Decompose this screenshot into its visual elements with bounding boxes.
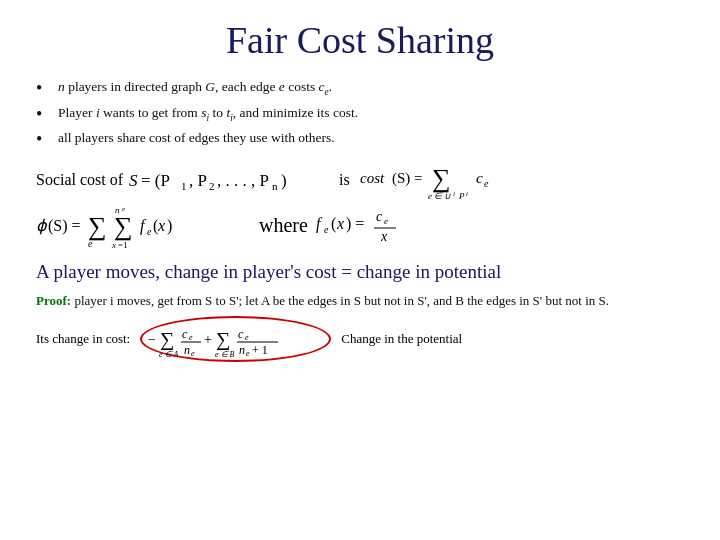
where-label: where xyxy=(259,214,308,237)
svg-text:S: S xyxy=(129,171,138,190)
svg-text:+: + xyxy=(204,332,212,347)
svg-text:(S) =: (S) = xyxy=(392,170,423,187)
svg-text:e: e xyxy=(245,333,249,342)
svg-text:, P: , P xyxy=(189,171,207,190)
change-cost-row: Its change in cost: − ∑ e ∈ A c e n e + … xyxy=(36,316,684,362)
bullet-item-2: • Player i wants to get from si to ti, a… xyxy=(36,104,684,126)
bullet-item-1: • n players in directed graph G, each ed… xyxy=(36,78,684,100)
is-label: is xyxy=(339,171,350,189)
svg-text:e: e xyxy=(191,349,195,358)
svg-text:ϕ: ϕ xyxy=(36,217,48,235)
svg-text:−: − xyxy=(148,332,156,347)
svg-text:, . . . , P: , . . . , P xyxy=(217,171,269,190)
svg-text:c: c xyxy=(182,327,188,341)
svg-text:e: e xyxy=(122,205,125,213)
svg-text:e: e xyxy=(384,216,388,226)
svg-text:∑: ∑ xyxy=(432,164,451,193)
svg-text:f: f xyxy=(140,217,147,235)
change-in-potential-label: Change in the potential xyxy=(341,331,462,347)
svg-text:e ∈ B: e ∈ B xyxy=(215,350,235,358)
svg-text:e ∈ ∪: e ∈ ∪ xyxy=(428,191,452,199)
svg-text:cost: cost xyxy=(360,170,385,186)
phi-row: ϕ (S) = ∑ e ∑ n e x =1 f e ( x ) where f… xyxy=(36,201,684,251)
svg-text:+ 1: + 1 xyxy=(252,343,268,357)
set-formula-svg: S = (P 1 , P 2 , . . . , P n ) xyxy=(129,166,329,194)
svg-text:c: c xyxy=(376,209,383,224)
bullet-text-1: n players in directed graph G, each edge… xyxy=(58,78,332,99)
svg-text:e: e xyxy=(88,238,93,249)
svg-text:) =: ) = xyxy=(346,215,364,233)
social-cost-row: Social cost of S = (P 1 , P 2 , . . . , … xyxy=(36,161,684,199)
svg-text:n: n xyxy=(184,343,190,357)
svg-text:x: x xyxy=(380,229,388,244)
svg-text:i: i xyxy=(466,190,468,198)
svg-text:2: 2 xyxy=(209,180,215,192)
svg-text:(: ( xyxy=(331,215,336,233)
bullet-text-2: Player i wants to get from si to ti, and… xyxy=(58,104,358,125)
change-cost-formula: − ∑ e ∈ A c e n e + ∑ e ∈ B c e n xyxy=(140,316,331,362)
svg-text:1: 1 xyxy=(181,180,187,192)
svg-text:∑: ∑ xyxy=(160,328,174,351)
proof-label: Proof: xyxy=(36,293,71,308)
change-cost-label: Its change in cost: xyxy=(36,331,130,347)
svg-text:e: e xyxy=(324,224,329,235)
svg-text:x: x xyxy=(336,215,344,232)
svg-text:P: P xyxy=(458,191,465,199)
bullet-dot-2: • xyxy=(36,104,58,126)
phi-formula-svg: ϕ (S) = ∑ e ∑ n e x =1 f e ( x ) xyxy=(36,201,231,251)
bullet-text-3: all players share cost of edges they use… xyxy=(58,129,335,148)
bullet-section: • n players in directed graph G, each ed… xyxy=(36,78,684,151)
fe-formula-svg: f e ( x ) = c e x xyxy=(316,201,436,251)
svg-text:e: e xyxy=(189,333,193,342)
svg-text:e: e xyxy=(147,226,152,237)
bullet-dot-3: • xyxy=(36,129,58,151)
page-title: Fair Cost Sharing xyxy=(36,18,684,62)
svg-text:∑: ∑ xyxy=(88,212,107,241)
svg-text:n: n xyxy=(239,343,245,357)
svg-text:e: e xyxy=(484,178,489,189)
svg-text:(S) =: (S) = xyxy=(48,217,81,235)
svg-text:x: x xyxy=(111,240,116,250)
page: Fair Cost Sharing • n players in directe… xyxy=(0,0,720,540)
social-cost-label: Social cost of xyxy=(36,171,123,189)
svg-text:x: x xyxy=(157,217,165,234)
svg-text:f: f xyxy=(316,215,323,233)
svg-text:∑: ∑ xyxy=(114,212,133,241)
change-formula-svg: − ∑ e ∈ A c e n e + ∑ e ∈ B c e n xyxy=(148,320,323,358)
proof-text: player i moves, get from S to S'; let A … xyxy=(71,293,609,308)
svg-text:n: n xyxy=(272,180,278,192)
player-moves-row: A player moves, change in player's cost … xyxy=(36,261,684,283)
bullet-dot-1: • xyxy=(36,78,58,100)
svg-text:): ) xyxy=(167,217,172,235)
svg-text:= (P: = (P xyxy=(141,171,170,190)
svg-text:c: c xyxy=(238,327,244,341)
proof-section: Proof: player i moves, get from S to S';… xyxy=(36,291,684,311)
svg-text:∑: ∑ xyxy=(216,328,230,351)
svg-text:=1: =1 xyxy=(118,240,128,250)
svg-text:i: i xyxy=(453,190,455,198)
svg-text:): ) xyxy=(281,171,287,190)
svg-text:e: e xyxy=(246,349,250,358)
svg-text:n: n xyxy=(115,205,120,215)
cost-formula-svg: cost (S) = ∑ e ∈ ∪ i P i c e xyxy=(360,161,550,199)
svg-text:c: c xyxy=(476,170,483,186)
svg-text:e ∈ A: e ∈ A xyxy=(159,350,178,358)
bullet-item-3: • all players share cost of edges they u… xyxy=(36,129,684,151)
